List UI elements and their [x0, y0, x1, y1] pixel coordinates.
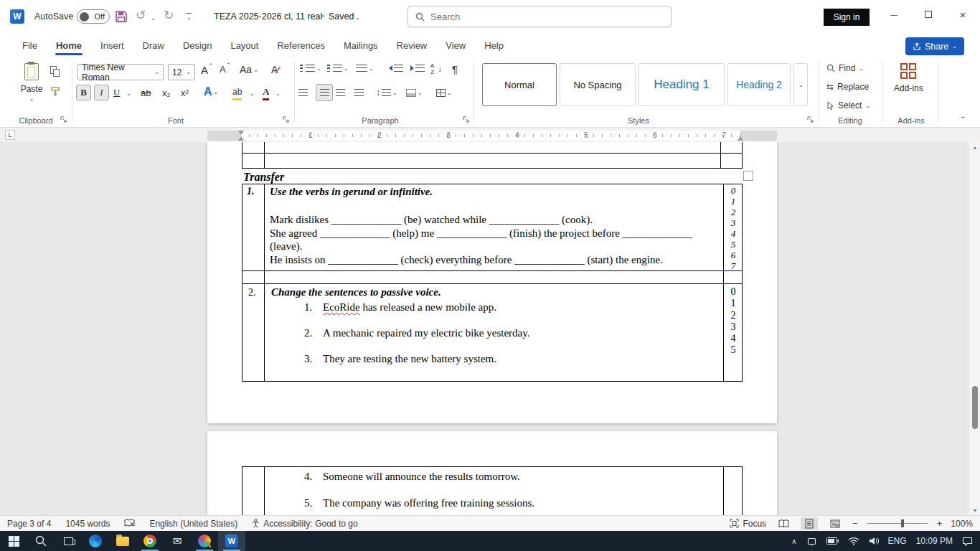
- select-button[interactable]: Select ⌄: [826, 100, 870, 110]
- redo-icon[interactable]: ↻: [164, 8, 174, 23]
- clock[interactable]: 10:09 PM: [916, 536, 953, 546]
- undo-icon[interactable]: ↺: [136, 8, 146, 23]
- tab-references[interactable]: References: [268, 36, 334, 55]
- style-no-spacing[interactable]: No Spacing: [560, 63, 636, 106]
- right-indent-marker[interactable]: [738, 136, 743, 141]
- exercise1-number[interactable]: 1.: [247, 186, 255, 197]
- sentence-text[interactable]: They are testing the new battery system.: [323, 353, 496, 365]
- strikethrough-button[interactable]: ab: [141, 85, 151, 100]
- sentence-text[interactable]: Someone will announce the results tomorr…: [323, 471, 520, 483]
- proofing-errors-icon[interactable]: [124, 519, 135, 528]
- tab-help[interactable]: Help: [475, 36, 513, 55]
- scroll-up-arrow[interactable]: ▲: [969, 142, 980, 152]
- zoom-level[interactable]: 100%: [951, 519, 973, 529]
- tab-draw[interactable]: Draw: [133, 36, 174, 55]
- tab-design[interactable]: Design: [174, 36, 221, 55]
- paint-button[interactable]: [191, 531, 218, 551]
- exercise1-title[interactable]: Use the verbs in gerund or infinitive.: [270, 186, 433, 198]
- page2-table[interactable]: 4. Someone will announce the results tom…: [242, 466, 743, 515]
- word-count[interactable]: 1045 words: [65, 519, 110, 529]
- zoom-slider-thumb[interactable]: [901, 519, 904, 527]
- volume-icon[interactable]: [869, 537, 879, 545]
- scroll-down-arrow[interactable]: ▼: [969, 505, 980, 515]
- add-ins-button[interactable]: Add-ins: [894, 63, 923, 93]
- bullets-button[interactable]: ⌄: [300, 65, 321, 72]
- table-resize-handle[interactable]: [743, 171, 753, 181]
- exercise2-table[interactable]: 2. Change the sentences to passive voice…: [242, 284, 743, 382]
- exercise1-score-column[interactable]: 0 1 2 3 4 5 6 7: [724, 185, 743, 271]
- tab-insert[interactable]: Insert: [91, 36, 133, 55]
- language-tray[interactable]: ENG: [888, 536, 907, 546]
- style-heading2[interactable]: Heading 2: [727, 63, 791, 106]
- tab-layout[interactable]: Layout: [221, 36, 268, 55]
- tab-mailings[interactable]: Mailings: [334, 36, 387, 55]
- mail-button[interactable]: ✉: [164, 531, 191, 551]
- exercise1-line3[interactable]: (leave).: [270, 240, 720, 253]
- battery-icon[interactable]: [826, 537, 839, 545]
- zoom-slider[interactable]: [867, 523, 928, 524]
- decrease-indent-button[interactable]: [389, 65, 403, 72]
- document-canvas[interactable]: Transfer 1. Use the verbs in gerund or i…: [0, 142, 980, 515]
- exercise2-item3[interactable]: 3. They are testing the new battery syst…: [304, 353, 496, 365]
- change-case-button[interactable]: Aa⌄: [240, 64, 258, 75]
- styles-dialog-launcher-icon[interactable]: [807, 116, 814, 123]
- underline-button[interactable]: U: [113, 85, 120, 100]
- multilevel-list-button[interactable]: ⌄: [356, 65, 374, 72]
- bold-button[interactable]: B: [76, 85, 91, 100]
- zoom-out-button[interactable]: −: [852, 518, 858, 529]
- paragraph-dialog-launcher-icon[interactable]: [463, 116, 470, 123]
- tablet-mode-icon[interactable]: [806, 537, 817, 546]
- web-layout-button[interactable]: [826, 517, 844, 530]
- sort-button[interactable]: AZ: [430, 63, 434, 75]
- tab-home[interactable]: Home: [47, 36, 91, 55]
- tab-view[interactable]: View: [436, 36, 475, 55]
- top-table[interactable]: [242, 142, 743, 169]
- font-name-combo[interactable]: Times New Roman⌄: [77, 64, 164, 80]
- font-color-button[interactable]: A: [263, 85, 269, 100]
- task-view-button[interactable]: [55, 531, 82, 551]
- exercise1-table[interactable]: 1. Use the verbs in gerund or infinitive…: [242, 184, 743, 271]
- tab-selector[interactable]: L: [5, 130, 15, 140]
- justify-button[interactable]: [354, 85, 364, 100]
- exercise1-line1[interactable]: Mark dislikes _____________ (be) watched…: [270, 213, 720, 227]
- spacer-row[interactable]: [242, 271, 743, 284]
- clipboard-dialog-launcher-icon[interactable]: [60, 116, 67, 123]
- page-2[interactable]: 4. Someone will announce the results tom…: [207, 431, 777, 515]
- shading-button[interactable]: ⌄: [406, 85, 423, 100]
- customize-toolbar-icon[interactable]: ⌄: [187, 13, 192, 21]
- title-chevron-icon[interactable]: ⌄: [355, 14, 360, 21]
- italic-button[interactable]: I: [94, 85, 109, 100]
- sentence-text[interactable]: The company was offering free training s…: [323, 497, 534, 509]
- format-painter-button[interactable]: [50, 86, 60, 96]
- page-1[interactable]: Transfer 1. Use the verbs in gerund or i…: [207, 142, 777, 423]
- language-indicator[interactable]: English (United States): [149, 519, 237, 529]
- close-button[interactable]: ×: [947, 0, 979, 29]
- exercise2-item1[interactable]: 1. EcoRide has released a new mobile app…: [304, 301, 496, 314]
- superscript-button[interactable]: x²: [181, 85, 189, 100]
- replace-button[interactable]: ⇆ Replace: [826, 82, 869, 92]
- exercise2-item2[interactable]: 2. A mechanic repaired my electric bike …: [304, 327, 529, 339]
- sign-in-button[interactable]: Sign in: [824, 9, 870, 26]
- search-input[interactable]: [430, 11, 646, 22]
- highlight-button[interactable]: ab: [232, 85, 242, 100]
- word-taskbar-button[interactable]: W: [218, 531, 245, 551]
- sentence-text[interactable]: has released a new mobile app.: [360, 301, 496, 313]
- exercise2-item4[interactable]: 4. Someone will announce the results tom…: [304, 471, 520, 483]
- restore-button[interactable]: [913, 0, 944, 29]
- exercise2-number[interactable]: 2.: [248, 287, 256, 298]
- tab-review[interactable]: Review: [387, 36, 437, 55]
- shrink-font-button[interactable]: Aˇ: [220, 64, 230, 75]
- font-size-combo[interactable]: 12⌄: [168, 64, 195, 80]
- align-right-button[interactable]: [336, 85, 345, 100]
- sentence-text[interactable]: A mechanic repaired my electric bike yes…: [323, 327, 529, 339]
- numbering-button[interactable]: ⌄: [327, 65, 349, 72]
- align-center-button[interactable]: [316, 84, 333, 101]
- paste-button[interactable]: Paste ⌄: [16, 63, 47, 102]
- start-button[interactable]: [0, 531, 27, 551]
- grow-font-button[interactable]: Aˆ: [201, 64, 212, 76]
- read-mode-button[interactable]: [775, 517, 792, 530]
- subscript-button[interactable]: x₂: [162, 85, 171, 100]
- chrome-button[interactable]: [136, 531, 164, 551]
- font-color-chevron-icon[interactable]: ⌄: [275, 90, 281, 97]
- font-dialog-launcher-icon[interactable]: [283, 116, 290, 123]
